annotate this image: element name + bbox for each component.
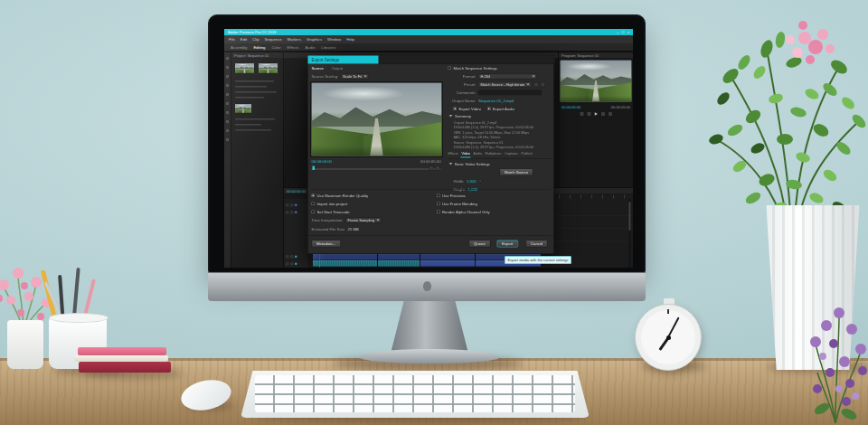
book-pink [78,347,166,355]
menu-help[interactable]: Help [346,37,354,42]
source-scaling-dropdown[interactable]: Scale To Fit [341,74,369,80]
workspace-audio[interactable]: Audio [305,45,315,50]
import-project-row[interactable]: Import into project [312,202,348,206]
format-label: Format: [448,74,476,79]
export-tooltip: Export media with the current settings [505,256,571,264]
tab-publish[interactable]: Publish [521,152,532,156]
project-thumbnail[interactable] [234,62,255,74]
max-render-row[interactable]: Use Maximum Render Quality [312,194,369,198]
books-stack [74,347,174,376]
menu-markers[interactable]: Markers [288,37,301,42]
menu-graphics[interactable]: Graphics [307,37,322,42]
window-close-icon[interactable]: × [627,29,629,35]
time-interpolation-dropdown[interactable]: Frame Sampling [345,218,382,223]
window-maximize-icon[interactable]: □ [622,29,624,35]
match-sequence-checkbox[interactable] [448,66,452,70]
project-thumbnail[interactable] [258,62,278,74]
format-dropdown[interactable]: H.264 [478,74,537,80]
preset-dropdown[interactable]: Match Source - High bitrate [478,82,532,88]
audio-clip[interactable] [313,260,377,267]
queue-button[interactable]: Queue [469,241,491,248]
tab-video[interactable]: Video [461,152,470,156]
project-thumbnail[interactable] [234,103,252,114]
workspace-color[interactable]: Color [271,45,280,50]
window-minimize-icon[interactable]: – [617,29,618,35]
basic-video-disclosure-icon[interactable] [449,163,453,165]
mark-in-icon[interactable] [587,112,590,116]
menu-edit[interactable]: Edit [241,37,247,42]
tab-source[interactable]: Source [312,66,324,71]
pink-blossoms [786,21,835,64]
menu-window[interactable]: Window [327,37,341,42]
project-list-item[interactable] [235,124,261,126]
project-list-item[interactable] [235,97,264,99]
frame-blending-checkbox[interactable] [437,202,440,205]
video-clip[interactable] [420,254,475,260]
match-source-button[interactable]: Match Source [500,169,533,176]
link-icon[interactable] [478,179,482,183]
video-clip[interactable] [313,254,377,260]
menu-clip[interactable]: Clip [252,37,259,42]
max-render-checkbox[interactable] [312,194,316,197]
export-audio-row[interactable]: Export Audio [487,107,514,111]
project-list-item[interactable] [235,91,277,93]
workspace-assembly[interactable]: Assembly [231,45,247,50]
menu-file[interactable]: File [229,37,235,42]
export-button[interactable]: Export [497,241,518,248]
alpha-only-row[interactable]: Render Alpha Channel Only [437,210,490,214]
export-audio-checkbox[interactable] [487,107,491,110]
import-project-checkbox[interactable] [312,202,316,205]
preset-label: Preset: [448,82,476,87]
zoom-icon[interactable] [429,166,434,171]
match-sequence-row[interactable]: Match Sequence Settings [448,66,497,71]
tab-captions[interactable]: Captions [505,152,518,156]
program-monitor-panel: Program: Sequence 01 00:00:00:00 00:00:0… [559,52,633,187]
step-forward-icon[interactable] [609,112,612,116]
cancel-button[interactable]: Cancel [526,241,548,248]
start-timecode-checkbox[interactable] [312,210,316,213]
workspace-libraries[interactable]: Libraries [321,45,335,50]
program-monitor-title: Program: Sequence 01 [559,52,633,59]
comments-field[interactable] [478,90,542,96]
project-list-item[interactable] [235,118,275,120]
project-list-item[interactable] [235,86,267,88]
video-clip[interactable] [378,254,420,260]
use-previews-row[interactable]: Use Previews [437,194,466,198]
use-previews-checkbox[interactable] [437,194,440,197]
workspace-editing[interactable]: Editing [253,45,265,50]
mark-out-icon[interactable] [601,112,605,116]
metadata-button[interactable]: Metadata... [312,241,341,248]
summary-disclosure-icon[interactable] [449,115,453,118]
alpha-only-checkbox[interactable] [437,210,440,213]
tab-multiplexer[interactable]: Multiplexer [486,152,502,156]
imac-base [360,349,499,364]
program-timecode[interactable]: 00:00:00:00 [561,105,580,109]
project-list-item[interactable] [235,129,271,131]
export-video-checkbox[interactable] [454,107,458,110]
audio-clip[interactable] [420,260,475,267]
tab-output[interactable]: Output [332,66,344,71]
summary-line: 1920x1080 (1.0), 29.97 fps, Progressive,… [454,145,550,150]
audio-clip[interactable] [378,260,420,267]
save-preset-icon[interactable] [534,82,539,87]
scrubber-handle[interactable] [313,166,316,171]
tab-effects[interactable]: Effects [448,152,458,156]
start-timecode-row[interactable]: Set Start Timecode [312,210,350,214]
clock-center-pin [666,335,671,340]
timeline-scrollbar[interactable] [628,199,631,268]
play-icon[interactable] [594,112,598,116]
frame-blending-row[interactable]: Use Frame Blending [437,202,477,206]
width-value[interactable]: 1,920 [467,179,476,184]
timeline-timecode[interactable]: 00:00:00:00 [287,189,306,194]
step-back-icon[interactable] [580,112,583,116]
tab-audio[interactable]: Audio [473,152,482,156]
output-name-link[interactable]: Sequence 01_2.mp4 [478,99,514,103]
export-video-row[interactable]: Export Video [454,107,481,111]
menu-sequence[interactable]: Sequence [265,37,282,42]
fit-icon[interactable] [436,166,440,171]
preview-timecode[interactable]: 00:00:00:00 [312,159,332,164]
workspace-effects[interactable]: Effects [288,45,299,50]
delete-preset-icon[interactable] [541,82,545,87]
preview-scrubber[interactable] [312,169,441,170]
project-list-item[interactable] [235,80,274,82]
